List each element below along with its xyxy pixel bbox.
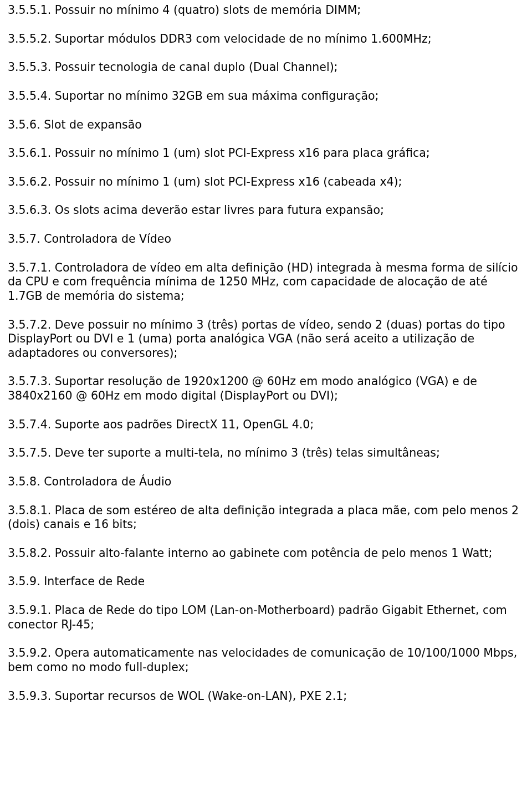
- spec-item-3-5-9-2: 3.5.9.2. Opera automaticamente nas veloc…: [8, 646, 524, 674]
- spec-item-3-5-6-3: 3.5.6.3. Os slots acima deverão estar li…: [8, 203, 524, 218]
- spec-item-3-5-6-2: 3.5.6.2. Possuir no mínimo 1 (um) slot P…: [8, 175, 524, 190]
- spec-item-3-5-7-4: 3.5.7.4. Suporte aos padrões DirectX 11,…: [8, 418, 524, 432]
- spec-heading-3-5-6: 3.5.6. Slot de expansão: [8, 118, 524, 132]
- spec-item-3-5-6-1: 3.5.6.1. Possuir no mínimo 1 (um) slot P…: [8, 146, 524, 161]
- spec-item-3-5-7-5: 3.5.7.5. Deve ter suporte a multi-tela, …: [8, 446, 524, 461]
- spec-item-3-5-8-2: 3.5.8.2. Possuir alto-falante interno ao…: [8, 546, 524, 561]
- spec-item-3-5-5-2: 3.5.5.2. Suportar módulos DDR3 com veloc…: [8, 32, 524, 47]
- spec-item-3-5-5-3: 3.5.5.3. Possuir tecnologia de canal dup…: [8, 60, 524, 75]
- spec-heading-3-5-9: 3.5.9. Interface de Rede: [8, 575, 524, 589]
- spec-item-3-5-5-1: 3.5.5.1. Possuir no mínimo 4 (quatro) sl…: [8, 3, 524, 18]
- spec-item-3-5-7-1: 3.5.7.1. Controladora de vídeo em alta d…: [8, 261, 524, 304]
- spec-heading-3-5-8: 3.5.8. Controladora de Áudio: [8, 475, 524, 489]
- spec-item-3-5-7-2: 3.5.7.2. Deve possuir no mínimo 3 (três)…: [8, 318, 524, 361]
- spec-item-3-5-8-1: 3.5.8.1. Placa de som estéreo de alta de…: [8, 504, 524, 532]
- spec-heading-3-5-7: 3.5.7. Controladora de Vídeo: [8, 232, 524, 247]
- spec-item-3-5-9-1: 3.5.9.1. Placa de Rede do tipo LOM (Lan-…: [8, 603, 524, 632]
- spec-item-3-5-5-4: 3.5.5.4. Suportar no mínimo 32GB em sua …: [8, 89, 524, 104]
- spec-item-3-5-7-3: 3.5.7.3. Suportar resolução de 1920x1200…: [8, 375, 524, 403]
- spec-item-3-5-9-3: 3.5.9.3. Suportar recursos de WOL (Wake-…: [8, 689, 524, 704]
